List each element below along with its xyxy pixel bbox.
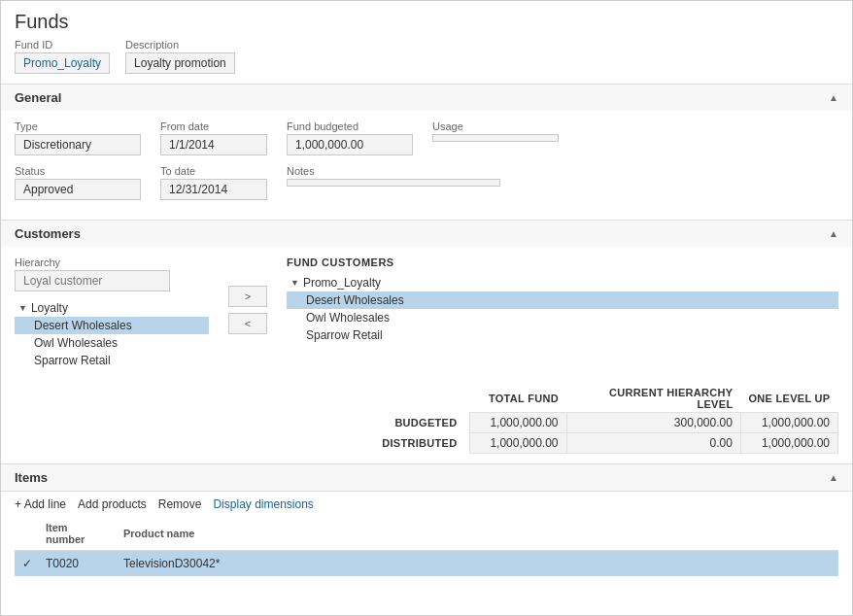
row-check: ✓ <box>15 553 38 574</box>
display-dimensions-button[interactable]: Display dimensions <box>213 497 313 511</box>
general-section-body: Type Discretionary From date 1/1/2014 Fu… <box>1 111 852 220</box>
left-tree-loyalty-label: Loyalty <box>31 301 68 315</box>
right-tree-item-owl[interactable]: Owl Wholesales <box>287 309 838 326</box>
tree-expand-icon: ▼ <box>18 303 27 313</box>
general-chevron-icon: ▲ <box>829 92 838 103</box>
check-col-header <box>15 530 38 536</box>
items-grid: Item number Product name ✓ T0020 Televis… <box>1 517 852 586</box>
budgeted-label: BUDGETED <box>372 413 469 433</box>
right-tree-promo-label: Promo_Loyalty <box>303 276 381 290</box>
col-one-level: ONE LEVEL UP <box>740 385 837 413</box>
status-input[interactable]: Approved <box>15 179 141 200</box>
page-container: Funds Fund ID Promo_Loyalty Description … <box>0 0 853 616</box>
fund-budgeted-field: Fund budgeted 1,000,000.00 <box>287 120 413 155</box>
usage-input[interactable] <box>432 134 559 142</box>
to-date-label: To date <box>160 165 267 177</box>
status-label: Status <box>15 165 141 177</box>
left-tree-item-sparrow[interactable]: Sparrow Retail <box>15 352 209 369</box>
customers-arrow-panel: > < <box>219 257 277 369</box>
left-tree-item-owl[interactable]: Owl Wholesales <box>15 334 209 352</box>
fund-id-input[interactable]: Promo_Loyalty <box>15 52 110 74</box>
fund-header-row: Fund ID Promo_Loyalty Description Loyalt… <box>1 39 852 84</box>
right-tree-expand-icon: ▼ <box>290 278 299 288</box>
customers-section: Customers ▲ Hierarchy ▼ Loyalty <box>1 220 852 463</box>
add-arrow-button[interactable]: > <box>228 286 267 307</box>
right-tree-desert-label: Desert Wholesales <box>306 293 404 307</box>
distributed-row: DISTRIBUTED 1,000,000.00 0.00 1,000,000.… <box>372 433 838 454</box>
left-tree-owl-label: Owl Wholesales <box>34 336 118 350</box>
right-tree-item-desert[interactable]: Desert Wholesales <box>287 291 838 309</box>
general-section: General ▲ Type Discretionary From date 1… <box>1 84 852 220</box>
fund-description-label: Description <box>125 39 235 51</box>
usage-label: Usage <box>432 120 559 132</box>
status-field: Status Approved <box>15 165 141 200</box>
general-row-1: Type Discretionary From date 1/1/2014 Fu… <box>15 120 838 155</box>
customers-section-body: Hierarchy ▼ Loyalty Desert Wholesales <box>1 247 852 379</box>
customers-section-header[interactable]: Customers ▲ <box>1 221 852 247</box>
customers-chevron-icon: ▲ <box>829 228 838 239</box>
type-field: Type Discretionary <box>15 120 141 155</box>
from-date-field: From date 1/1/2014 <box>160 120 267 155</box>
fund-description-group: Description Loyalty promotion <box>125 39 235 74</box>
right-tree-sparrow-label: Sparrow Retail <box>306 328 383 342</box>
one-level-budgeted: 1,000,000.00 <box>740 413 837 433</box>
items-section-title: Items <box>15 470 48 485</box>
hierarchy-budgeted: 300,000.00 <box>566 413 740 433</box>
fund-customers-label: FUND CUSTOMERS <box>287 257 838 268</box>
to-date-input[interactable]: 12/31/2014 <box>160 179 267 200</box>
from-date-input[interactable]: 1/1/2014 <box>160 134 267 155</box>
items-chevron-icon: ▲ <box>829 472 838 483</box>
general-row-2: Status Approved To date 12/31/2014 Notes <box>15 165 838 200</box>
usage-field: Usage <box>432 120 559 155</box>
left-tree: ▼ Loyalty Desert Wholesales Owl Wholesal… <box>15 299 209 369</box>
notes-label: Notes <box>287 165 500 177</box>
total-fund-budgeted: 1,000,000.00 <box>469 413 566 433</box>
totals-table: TOTAL FUND CURRENT HIERARCHY LEVEL ONE L… <box>372 385 838 454</box>
hierarchy-distributed: 0.00 <box>566 433 740 454</box>
right-tree-item-sparrow[interactable]: Sparrow Retail <box>287 326 838 344</box>
product-name-col-header: Product name <box>116 525 838 542</box>
fund-id-label: Fund ID <box>15 39 110 51</box>
add-products-button[interactable]: Add products <box>78 497 147 511</box>
right-tree: ▼ Promo_Loyalty Desert Wholesales Owl Wh… <box>287 274 838 344</box>
remove-button[interactable]: Remove <box>158 497 202 511</box>
left-tree-item-loyalty[interactable]: ▼ Loyalty <box>15 299 209 317</box>
grid-header: Item number Product name <box>15 517 838 551</box>
budgeted-row: BUDGETED 1,000,000.00 300,000.00 1,000,0… <box>372 413 838 433</box>
general-section-header[interactable]: General ▲ <box>1 85 852 111</box>
left-tree-desert-label: Desert Wholesales <box>34 319 132 332</box>
remove-arrow-button[interactable]: < <box>228 313 267 334</box>
item-number-col-header: Item number <box>38 519 116 548</box>
total-fund-distributed: 1,000,000.00 <box>469 433 566 454</box>
page-title: Funds <box>1 1 852 39</box>
items-section: Items ▲ + Add line Add products Remove D… <box>1 463 852 586</box>
checkmark-icon: ✓ <box>22 557 32 570</box>
right-tree-owl-label: Owl Wholesales <box>306 311 390 325</box>
right-tree-item-promo[interactable]: ▼ Promo_Loyalty <box>287 274 838 291</box>
fund-budgeted-input[interactable]: 1,000,000.00 <box>287 134 413 155</box>
add-line-button[interactable]: + Add line <box>15 497 66 511</box>
general-section-title: General <box>15 90 61 105</box>
left-tree-sparrow-label: Sparrow Retail <box>34 354 111 367</box>
table-row[interactable]: ✓ T0020 TelevisionD30042* <box>15 551 838 576</box>
notes-input[interactable] <box>287 179 500 187</box>
fund-description-input[interactable]: Loyalty promotion <box>125 52 235 74</box>
to-date-field: To date 12/31/2014 <box>160 165 267 200</box>
totals-section: TOTAL FUND CURRENT HIERARCHY LEVEL ONE L… <box>1 379 852 463</box>
col-hierarchy: CURRENT HIERARCHY LEVEL <box>566 385 740 413</box>
items-section-header[interactable]: Items ▲ <box>1 464 852 491</box>
hierarchy-field: Hierarchy <box>15 257 209 299</box>
row-item-number: T0020 <box>38 553 116 574</box>
left-tree-item-desert[interactable]: Desert Wholesales <box>15 317 209 334</box>
fund-budgeted-label: Fund budgeted <box>287 120 413 132</box>
one-level-distributed: 1,000,000.00 <box>740 433 837 454</box>
type-input[interactable]: Discretionary <box>15 134 141 155</box>
hierarchy-input[interactable] <box>15 270 170 291</box>
row-product-name: TelevisionD30042* <box>116 553 838 574</box>
from-date-label: From date <box>160 120 267 132</box>
notes-field: Notes <box>287 165 500 200</box>
distributed-label: DISTRIBUTED <box>372 433 469 454</box>
customers-section-title: Customers <box>15 226 81 241</box>
fund-id-group: Fund ID Promo_Loyalty <box>15 39 110 74</box>
items-toolbar: + Add line Add products Remove Display d… <box>1 491 852 517</box>
